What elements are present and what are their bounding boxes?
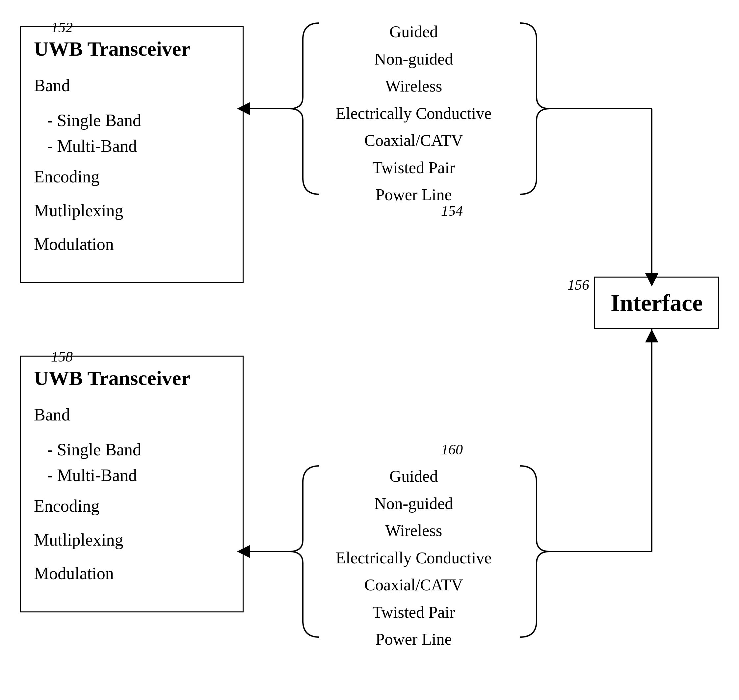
brace-bottom-item-6: Twisted Pair xyxy=(336,599,491,626)
uwb-bottom-title: UWB Transceiver xyxy=(34,366,229,390)
brace-bottom-item-5: Coaxial/CATV xyxy=(336,571,491,599)
brace-bottom-item-2: Non-guided xyxy=(336,490,491,517)
brace-bottom-right xyxy=(520,466,550,637)
brace-top-text: Guided Non-guided Wireless Electrically … xyxy=(336,18,491,209)
brace-top-item-5: Coaxial/CATV xyxy=(336,127,491,154)
diagram-container: UWB Transceiver Band - Single Band - Mul… xyxy=(0,0,739,700)
uwb-top-encoding: Encoding xyxy=(34,165,229,189)
brace-top-item-2: Non-guided xyxy=(336,46,491,73)
brace-bottom-items: Guided Non-guided Wireless Electrically … xyxy=(336,463,491,653)
uwb-bottom-band-items: - Single Band - Multi-Band xyxy=(34,437,229,488)
brace-top-item-3: Wireless xyxy=(336,72,491,100)
ref-154: 154 xyxy=(441,203,463,219)
brace-bottom-left xyxy=(290,466,319,637)
ref-160: 160 xyxy=(441,441,463,458)
bottom-arrowhead-up xyxy=(645,329,658,343)
interface-label: Interface xyxy=(611,290,703,317)
brace-top-item-4: Electrically Conductive xyxy=(336,100,491,127)
brace-bottom-item-4: Electrically Conductive xyxy=(336,544,491,572)
band-item-1: - Single Band xyxy=(47,108,229,133)
uwb-bottom-band: Band xyxy=(34,403,229,427)
uwb-box-bottom: UWB Transceiver Band - Single Band - Mul… xyxy=(20,356,244,612)
brace-top-right xyxy=(520,23,550,194)
band-item-bottom-2: - Multi-Band xyxy=(47,463,229,488)
brace-bottom-text: Guided Non-guided Wireless Electrically … xyxy=(336,463,491,653)
uwb-box-top: UWB Transceiver Band - Single Band - Mul… xyxy=(20,26,244,283)
uwb-top-multiplexing: Mutliplexing xyxy=(34,199,229,223)
brace-bottom-item-1: Guided xyxy=(336,463,491,490)
brace-top-left xyxy=(290,23,319,194)
brace-top-item-6: Twisted Pair xyxy=(336,154,491,181)
ref-152: 152 xyxy=(51,19,73,36)
brace-top-item-1: Guided xyxy=(336,18,491,46)
uwb-top-modulation: Modulation xyxy=(34,232,229,256)
brace-top-items: Guided Non-guided Wireless Electrically … xyxy=(336,18,491,209)
uwb-top-band: Band xyxy=(34,74,229,98)
uwb-bottom-encoding: Encoding xyxy=(34,494,229,518)
uwb-top-title: UWB Transceiver xyxy=(34,37,229,60)
uwb-bottom-multiplexing: Mutliplexing xyxy=(34,528,229,552)
band-item-bottom-1: - Single Band xyxy=(47,437,229,463)
band-item-2: - Multi-Band xyxy=(47,133,229,159)
uwb-top-band-items: - Single Band - Multi-Band xyxy=(34,108,229,159)
interface-box: Interface xyxy=(594,276,719,329)
brace-top-item-7: Power Line xyxy=(336,181,491,209)
brace-bottom-item-3: Wireless xyxy=(336,517,491,544)
uwb-bottom-modulation: Modulation xyxy=(34,562,229,586)
brace-bottom-item-7: Power Line xyxy=(336,626,491,653)
ref-158: 158 xyxy=(51,349,73,365)
ref-156: 156 xyxy=(567,276,589,293)
